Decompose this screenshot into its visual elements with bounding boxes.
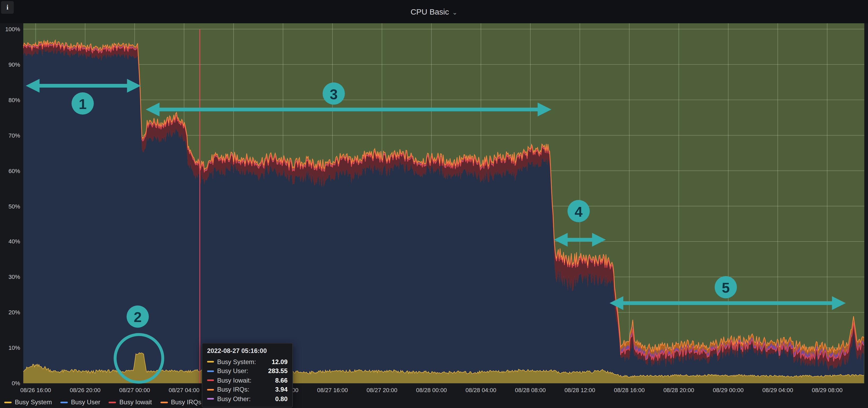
x-tick-label: 08/27 00:00 [112, 386, 157, 394]
legend-label: Busy IRQs [171, 399, 202, 406]
tooltip-series-dash [207, 398, 214, 400]
tooltip-series-label: Busy Other: [217, 395, 251, 403]
panel-title-dropdown[interactable]: CPU Basic ⌄ [410, 7, 457, 16]
annotation-number-text: 2 [134, 309, 142, 325]
legend-label: Busy Iowait [119, 399, 152, 406]
legend: Busy SystemBusy UserBusy IowaitBusy IRQs [4, 399, 201, 406]
grafana-panel: CPU Basic ⌄ i 123450%10%20%30%40%50%60%7… [0, 0, 868, 408]
legend-swatch [4, 401, 12, 403]
y-tick-label: 30% [0, 273, 20, 281]
cpu-chart-plot[interactable]: 12345 [0, 0, 868, 408]
annotation-number-text: 5 [722, 280, 730, 296]
y-tick-label: 100% [0, 25, 20, 33]
tooltip-series-dash [207, 380, 214, 381]
panel-title: CPU Basic [410, 7, 449, 16]
info-icon[interactable]: i [1, 1, 14, 14]
tooltip: 2022-08-27 05:16:00 Busy System:12.09Bus… [202, 343, 293, 407]
x-tick-label: 08/27 04:00 [162, 386, 206, 394]
annotation-number-text: 3 [330, 86, 338, 102]
tooltip-rows: Busy System:12.09Busy User:283.55Busy Io… [207, 357, 287, 404]
tooltip-row: Busy Other:0.80 [207, 394, 287, 404]
tooltip-row: Busy IRQs:3.94 [207, 385, 287, 394]
tooltip-series-dash [207, 389, 214, 390]
legend-item-busy-system[interactable]: Busy System [4, 399, 52, 406]
annotation-number-text: 1 [79, 96, 87, 112]
legend-swatch [60, 401, 68, 403]
x-tick-label: 08/27 20:00 [360, 386, 404, 394]
tooltip-row: Busy System:12.09 [207, 357, 287, 367]
y-tick-label: 10% [0, 344, 20, 351]
x-tick-label: 08/28 20:00 [656, 386, 701, 394]
y-tick-label: 40% [0, 238, 20, 245]
tooltip-timestamp: 2022-08-27 05:16:00 [207, 347, 287, 354]
x-tick-label: 08/26 20:00 [63, 386, 107, 394]
legend-label: Busy User [71, 399, 100, 406]
x-tick-label: 08/26 16:00 [13, 386, 58, 394]
x-tick-label: 08/28 16:00 [607, 386, 652, 394]
y-tick-label: 0% [0, 379, 20, 387]
y-tick-label: 20% [0, 308, 20, 316]
y-tick-label: 90% [0, 61, 20, 68]
x-tick-label: 08/28 04:00 [459, 386, 503, 394]
legend-swatch [109, 401, 116, 403]
tooltip-series-label: Busy System: [217, 358, 256, 366]
tooltip-series-dash [207, 370, 214, 372]
x-tick-label: 08/28 00:00 [409, 386, 454, 394]
tooltip-series-value: 0.80 [275, 395, 287, 403]
legend-item-busy-user[interactable]: Busy User [60, 399, 100, 406]
tooltip-series-value: 8.66 [275, 377, 287, 384]
annotation-number-text: 4 [575, 204, 583, 219]
x-tick-label: 08/28 08:00 [508, 386, 553, 394]
tooltip-series-value: 12.09 [272, 358, 287, 366]
x-tick-label: 08/29 04:00 [755, 386, 800, 394]
y-tick-label: 60% [0, 167, 20, 174]
legend-label: Busy System [15, 399, 52, 406]
tooltip-series-label: Busy IRQs: [217, 386, 249, 394]
tooltip-series-value: 283.55 [268, 368, 287, 375]
x-tick-label: 08/27 16:00 [310, 386, 355, 394]
tooltip-row: Busy User:283.55 [207, 367, 287, 376]
legend-swatch [160, 401, 168, 403]
tooltip-series-value: 3.94 [275, 386, 287, 394]
legend-item-busy-irqs[interactable]: Busy IRQs [160, 399, 202, 406]
legend-item-busy-iowait[interactable]: Busy Iowait [109, 399, 152, 406]
tooltip-row: Busy Iowait:8.66 [207, 376, 287, 385]
y-tick-label: 70% [0, 132, 20, 139]
x-tick-label: 08/29 08:00 [805, 386, 849, 394]
x-tick-label: 08/28 12:00 [558, 386, 602, 394]
tooltip-series-dash [207, 361, 214, 363]
chevron-down-icon: ⌄ [452, 7, 457, 16]
y-tick-label: 80% [0, 96, 20, 104]
tooltip-series-label: Busy Iowait: [217, 377, 251, 384]
tooltip-series-label: Busy User: [217, 368, 248, 375]
panel-header: CPU Basic ⌄ [0, 0, 868, 23]
y-tick-label: 50% [0, 202, 20, 210]
x-tick-label: 08/29 00:00 [706, 386, 750, 394]
